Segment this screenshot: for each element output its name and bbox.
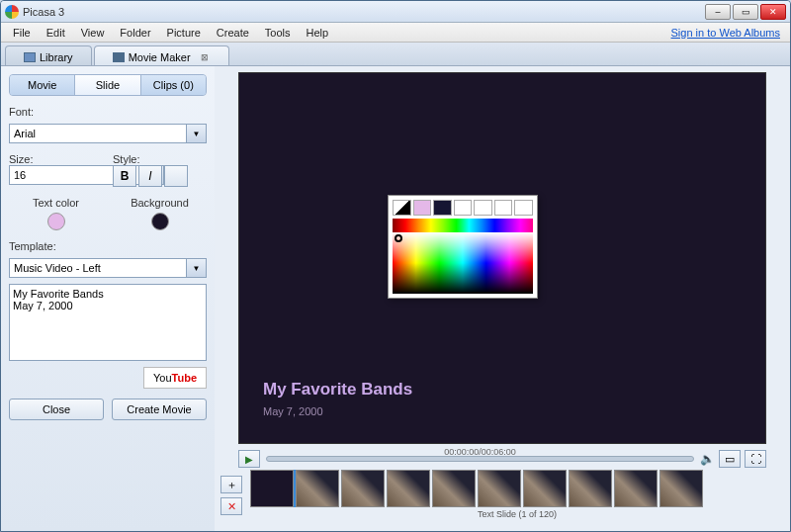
thumbnail[interactable] [569,470,612,507]
bgcolor-label: Background [113,197,207,209]
seek-slider[interactable]: 00:00:00/00:06:00 [266,456,694,462]
template-combo[interactable]: ▼ [9,258,207,278]
document-tabs: Library Movie Maker ⊠ [1,43,790,66]
menu-edit[interactable]: Edit [39,25,73,41]
swatch[interactable] [433,200,452,216]
library-icon [24,52,36,62]
size-label: Size: [9,153,103,165]
fullscreen-button[interactable]: ⛶ [745,450,766,468]
font-input[interactable] [9,124,187,143]
movie-icon [113,52,125,62]
background-color-swatch[interactable] [151,213,169,230]
italic-button[interactable]: I [138,165,162,187]
window-title: Picasa 3 [23,6,705,18]
volume-icon[interactable]: 🔈 [700,452,715,466]
caption-textarea[interactable] [9,284,207,361]
template-label: Template: [9,240,207,252]
side-panel: Movie Slide Clips (0) Font: ▼ Size: ▼ St… [1,66,215,531]
thumbnail[interactable] [387,470,430,507]
add-frame-button[interactable]: ＋ [220,476,242,493]
preview-title: My Favorite Bands [263,380,412,399]
textcolor-label: Text color [9,197,103,209]
subtab-slide[interactable]: Slide [75,75,140,95]
thumbnail[interactable] [250,470,294,507]
color-picker-popup[interactable] [388,195,538,299]
minimize-button[interactable]: – [705,4,731,20]
style-label: Style: [113,153,207,165]
filmstrip: ＋ ✕ Text Slide (1 of 120) [215,470,790,531]
titlebar: Picasa 3 – ▭ ✕ [1,1,790,23]
font-combo[interactable]: ▼ [9,124,207,143]
swatch[interactable] [514,200,533,216]
menu-picture[interactable]: Picture [159,25,209,41]
template-input[interactable] [9,258,187,278]
maximize-button[interactable]: ▭ [733,4,758,20]
menu-view[interactable]: View [73,25,113,41]
delete-frame-button[interactable]: ✕ [220,497,242,515]
chevron-down-icon[interactable]: ▼ [187,124,207,143]
picker-cursor-icon [395,234,402,242]
timecode: 00:00:00/00:06:00 [444,447,516,457]
play-button[interactable]: ▶ [238,450,260,468]
swatch[interactable] [474,200,492,216]
subtab-movie[interactable]: Movie [10,75,75,95]
create-movie-button[interactable]: Create Movie [112,399,207,420]
thumbnail-strip[interactable] [250,470,784,507]
playback-bar: ▶ 00:00:00/00:06:00 🔈 ▭ ⛶ [215,448,790,470]
swatch[interactable] [494,200,513,216]
tab-library[interactable]: Library [5,45,92,65]
tab-label: Movie Maker [129,51,191,63]
youtube-you: You [153,372,172,384]
tab-movie-maker[interactable]: Movie Maker ⊠ [94,45,229,65]
sign-in-link[interactable]: Sign in to Web Albums [671,27,786,39]
thumbnail[interactable] [296,470,339,507]
swatch-auto[interactable] [393,200,411,216]
menu-folder[interactable]: Folder [112,25,158,41]
recent-swatches [393,200,533,216]
swatch[interactable] [454,200,473,216]
youtube-button[interactable]: YouTube [143,367,207,389]
style-extra-button[interactable] [164,165,188,187]
menu-tools[interactable]: Tools [257,25,299,41]
thumbnail[interactable] [432,470,476,507]
menu-file[interactable]: File [5,25,39,41]
subtab-clips[interactable]: Clips (0) [141,75,206,95]
menu-create[interactable]: Create [209,25,257,41]
size-combo[interactable]: ▼ [9,165,62,185]
thumbnail[interactable] [341,470,385,507]
thumbnail[interactable] [614,470,658,507]
menu-help[interactable]: Help [299,25,337,41]
thumbnail[interactable] [659,470,703,507]
close-button[interactable]: Close [9,399,104,420]
view-1-button[interactable]: ▭ [719,450,741,468]
chevron-down-icon[interactable]: ▼ [187,258,207,278]
tab-close-icon[interactable]: ⊠ [201,52,211,62]
main-area: My Favorite Bands May 7, 2000 ▶ 00:00:00… [215,66,790,531]
panel-subtabs: Movie Slide Clips (0) [9,74,207,96]
color-spectrum[interactable] [393,232,533,294]
tab-label: Library [40,51,73,63]
menu-bar: File Edit View Folder Picture Create Too… [1,23,790,43]
app-logo-icon [5,5,19,19]
font-label: Font: [9,106,207,118]
swatch[interactable] [413,200,432,216]
thumbnail[interactable] [478,470,521,507]
preview-date: May 7, 2000 [263,405,323,417]
youtube-tube: Tube [172,372,197,384]
text-color-swatch[interactable] [47,213,65,230]
hue-strip[interactable] [393,219,533,232]
thumbnail[interactable] [523,470,567,507]
filmstrip-status: Text Slide (1 of 120) [250,509,784,519]
bold-button[interactable]: B [113,165,136,187]
close-window-button[interactable]: ✕ [760,4,786,20]
